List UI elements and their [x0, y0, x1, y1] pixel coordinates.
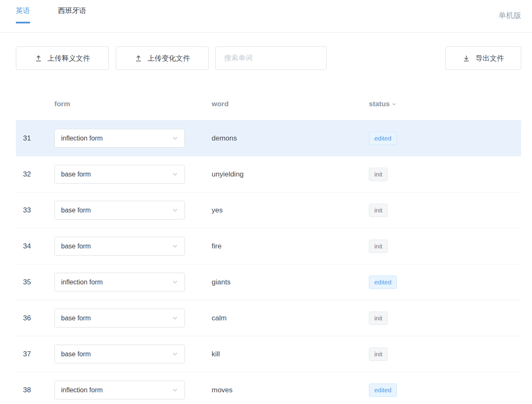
upload-icon [135, 54, 142, 62]
header-status-filter[interactable]: status [369, 100, 396, 108]
table-row: 31 inflection form demons edited [16, 120, 521, 156]
form-select[interactable]: base form [54, 201, 185, 220]
table-row: 34 base form fire init [16, 228, 521, 264]
form-select[interactable]: base form [54, 345, 185, 363]
export-button[interactable]: 导出文件 [445, 46, 521, 70]
header-word: word [212, 100, 369, 108]
word-cell: kill [212, 350, 369, 358]
form-select[interactable]: base form [54, 165, 185, 184]
table-body: 31 inflection form demons edited 32 base… [16, 120, 521, 404]
form-select-value: inflection form [61, 135, 103, 142]
status-badge: init [369, 204, 388, 217]
table-row: 38 inflection form moves edited [16, 372, 521, 404]
row-index: 33 [16, 206, 54, 215]
row-index: 35 [16, 278, 54, 286]
form-select[interactable]: inflection form [54, 381, 185, 399]
row-index: 36 [16, 314, 54, 322]
form-select[interactable]: inflection form [54, 273, 185, 291]
row-index: 37 [16, 350, 54, 358]
chevron-down-icon [172, 207, 178, 213]
table-header: form word status [16, 88, 521, 120]
chevron-down-icon [172, 279, 178, 285]
export-label: 导出文件 [476, 54, 504, 63]
table-row: 32 base form unyielding init [16, 156, 521, 192]
word-cell: giants [212, 278, 369, 286]
upload-icon [35, 54, 42, 62]
status-badge: edited [369, 384, 397, 397]
tab-english[interactable]: 英语 [16, 6, 30, 23]
chevron-down-icon [172, 387, 178, 393]
chevron-down-icon [391, 102, 396, 107]
status-badge: init [369, 348, 388, 361]
row-index: 31 [16, 134, 54, 143]
status-badge: init [369, 240, 388, 253]
form-select[interactable]: inflection form [54, 129, 185, 148]
form-select-value: base form [61, 171, 91, 178]
header-status-label: status [369, 100, 390, 108]
table-row: 37 base form kill init [16, 336, 521, 372]
row-index: 32 [16, 170, 54, 179]
form-select-value: base form [61, 350, 91, 358]
table-row: 36 base form calm init [16, 300, 521, 336]
form-select-value: inflection form [61, 386, 103, 394]
tab-spanish[interactable]: 西班牙语 [58, 6, 86, 23]
chevron-down-icon [172, 171, 178, 177]
upload-definitions-button[interactable]: 上传释义文件 [16, 46, 109, 70]
word-cell: demons [212, 134, 369, 143]
version-label[interactable]: 单机版 [499, 10, 521, 20]
download-icon [463, 54, 470, 62]
status-badge: init [369, 168, 388, 181]
chevron-down-icon [172, 135, 178, 141]
table-row: 35 inflection form giants edited [16, 264, 521, 300]
toolbar: 上传释义文件 上传变化文件 导出文件 [16, 46, 521, 70]
status-badge: edited [369, 132, 397, 145]
upload-changes-button[interactable]: 上传变化文件 [116, 46, 209, 70]
table-row: 33 base form yes init [16, 192, 521, 228]
status-badge: edited [369, 276, 397, 289]
word-table: form word status 31 inflection form [16, 88, 521, 404]
search-input[interactable] [215, 46, 327, 70]
form-select[interactable]: base form [54, 237, 185, 256]
word-cell: calm [212, 314, 369, 322]
form-select-value: base form [61, 207, 91, 214]
row-index: 34 [16, 242, 54, 251]
word-cell: yes [212, 206, 369, 215]
row-index: 38 [16, 386, 54, 394]
upload-changes-label: 上传变化文件 [148, 54, 190, 63]
upload-definitions-label: 上传释义文件 [48, 54, 90, 63]
tab-bar: 英语 西班牙语 单机版 [0, 0, 532, 33]
form-select-value: base form [61, 243, 91, 250]
word-cell: fire [212, 242, 369, 251]
header-form: form [54, 100, 212, 108]
form-select-value: inflection form [61, 279, 103, 286]
status-badge: init [369, 312, 388, 325]
chevron-down-icon [172, 351, 178, 357]
chevron-down-icon [172, 243, 178, 249]
chevron-down-icon [172, 315, 178, 321]
word-cell: moves [212, 386, 369, 394]
word-cell: unyielding [212, 170, 369, 179]
form-select-value: base form [61, 315, 91, 322]
form-select[interactable]: base form [54, 309, 185, 327]
